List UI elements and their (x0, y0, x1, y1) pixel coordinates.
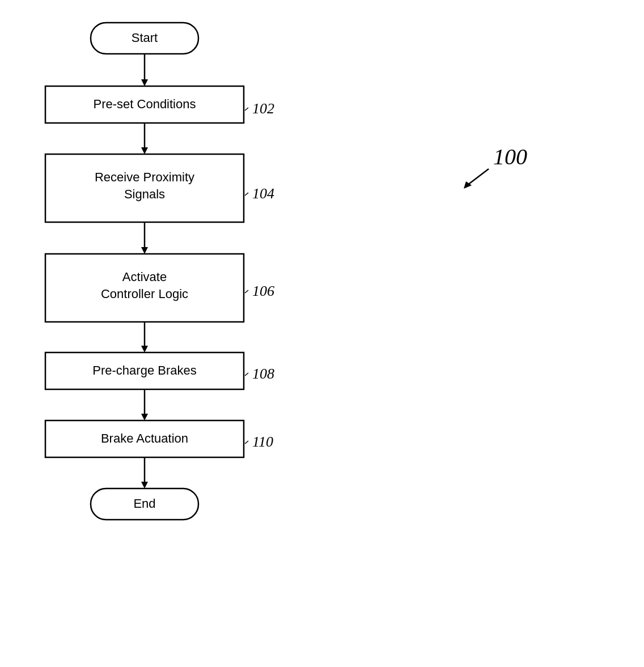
start-label: Start (132, 31, 158, 45)
flowchart-diagram: Start Pre-set Conditions 102 Receive Pro… (0, 0, 644, 667)
preset-conditions-label: Pre-set Conditions (94, 97, 196, 111)
ref-106: 106 (252, 283, 274, 299)
ref-110: 110 (252, 434, 273, 450)
ref-102: 102 (252, 100, 274, 117)
receive-proximity-line1: Receive Proximity (95, 170, 194, 184)
precharge-brakes-label: Pre-charge Brakes (92, 363, 196, 377)
brake-actuation-label: Brake Actuation (101, 431, 188, 445)
ref-108: 108 (252, 366, 274, 382)
activate-controller-line2: Controller Logic (101, 287, 188, 301)
diagram-ref-100: 100 (493, 144, 527, 169)
ref-104: 104 (252, 185, 274, 202)
receive-proximity-line2: Signals (124, 187, 165, 201)
end-label: End (133, 496, 155, 511)
activate-controller-line1: Activate (122, 270, 167, 284)
